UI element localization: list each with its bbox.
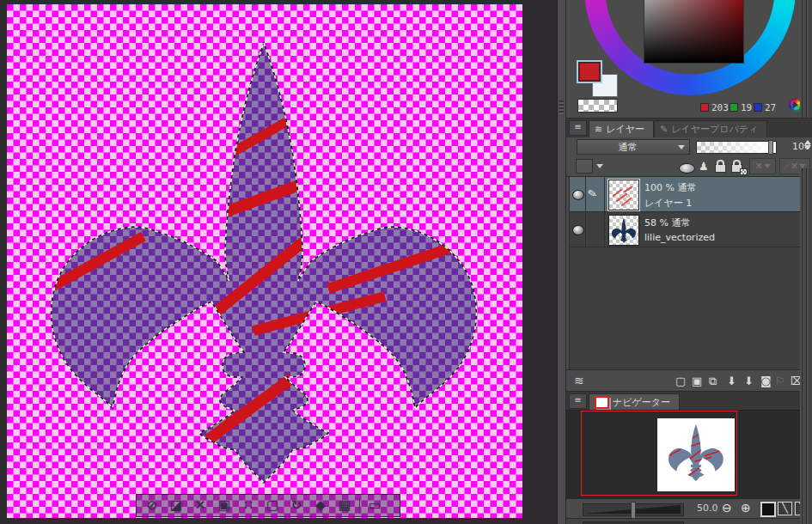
deselect-icon[interactable]: ⊘ [140, 497, 164, 515]
disabled-x-icon: ✕ [791, 161, 798, 172]
tab-layer-property[interactable]: ✎ レイヤープロパティ [654, 120, 767, 137]
tab-layers-label: レイヤー [606, 123, 644, 136]
navigator-page-icon [595, 396, 609, 409]
blue-channel-icon [754, 103, 762, 112]
rotation-row-cutoff [566, 518, 812, 524]
document-canvas[interactable] [7, 4, 522, 518]
green-channel-icon [730, 103, 738, 112]
new-tone-icon[interactable]: ▦ [333, 497, 357, 515]
spin-up-icon[interactable] [804, 140, 811, 144]
alpha-checker-icon [740, 168, 748, 175]
panel-menu-icon[interactable]: ≡ [569, 393, 587, 409]
tab-navigator[interactable]: ナビゲーター [589, 393, 680, 411]
foreground-color-swatch[interactable] [577, 60, 602, 83]
layers-panel: ≡ ≋ レイヤー ✎ レイヤープロパティ 通常 100 [566, 118, 812, 391]
panel-menu-icon[interactable]: ≡ [569, 120, 587, 136]
merge-down-icon[interactable]: ⬇ [744, 375, 754, 387]
opacity-slider[interactable] [696, 141, 777, 154]
rotate-icon[interactable]: ↻ [284, 497, 308, 515]
layers-tabbar: ≡ ≋ レイヤー ✎ レイヤープロパティ [566, 118, 812, 137]
tab-layer-property-label: レイヤープロパティ [671, 123, 758, 136]
tab-layers[interactable]: ≋ レイヤー [589, 120, 654, 137]
selection-launcher-toolbar: ⊘ ◪ ✕ ▣ ∷ ▢ ↻ ◆ ▦ ▭ [136, 494, 400, 517]
canvas-artwork [7, 4, 522, 518]
spin-down-icon[interactable] [804, 145, 811, 149]
pen-icon: ✎ [660, 124, 668, 135]
rgb-readout-r: 203 [700, 102, 729, 113]
expand-selection-icon[interactable]: ∷ [236, 497, 260, 515]
layer-stack-icon[interactable]: ≋ [574, 374, 584, 387]
layer-list: ✎ 100 % 通常 レイヤー 1 [569, 176, 802, 371]
dock-edge-strip[interactable] [800, 0, 812, 118]
zoom-slider-handle[interactable] [631, 502, 636, 519]
layer-thumbnail[interactable] [608, 215, 639, 246]
tab-navigator-label: ナビゲーター [613, 396, 670, 409]
red-value: 203 [711, 102, 729, 113]
opacity-slider-handle[interactable] [768, 140, 773, 155]
flip-horizontal-icon[interactable]: ╲ [778, 502, 792, 515]
palette-color-swatch [576, 159, 593, 174]
fit-to-screen-icon[interactable] [760, 502, 776, 517]
layer-row-2[interactable]: 58 % 通常 lilie_vectorized [570, 212, 801, 247]
navigator-thumbnail [657, 418, 735, 491]
palette-color-button[interactable] [576, 158, 610, 174]
navigator-panel: ≡ ナビゲーター 50.0 ⊖ [566, 391, 812, 524]
duplicate-layer-icon[interactable]: ⧉ [709, 375, 717, 387]
layers-stack-icon: ≋ [595, 124, 602, 135]
selection-edit-icon[interactable]: ▭ [363, 497, 387, 515]
zoom-out-icon[interactable]: ⊖ [722, 501, 732, 515]
right-panel-dock: 203 19 27 ≡ ≋ レイヤー ✎ レイヤープロパティ 通常 [566, 0, 812, 524]
invert-selection-icon[interactable]: ▣ [212, 497, 236, 515]
saturation-value-square[interactable] [644, 0, 744, 64]
lock-row: ♟ ✕ ⟋ ✕ [566, 156, 812, 177]
new-layer-icon[interactable]: ▢ [675, 375, 686, 387]
blend-row: 通常 100 [566, 137, 812, 156]
layer-thumbnail[interactable] [608, 180, 639, 210]
chevron-down-icon [678, 145, 685, 149]
layer-name[interactable]: レイヤー 1 [644, 197, 692, 210]
navigator-tabbar: ≡ ナビゲーター [566, 391, 812, 411]
reference-layer-icon[interactable]: ♟ [699, 160, 709, 174]
new-layer-folder-icon[interactable]: ▣ [692, 375, 702, 387]
navigator-fleur-preview [657, 418, 735, 491]
transfer-down-icon[interactable]: ⬇ [727, 375, 736, 387]
layers-bottom-bar: ≋ ▢ ▣ ⧉ ⬇ ⬇ ◙ ⚐ ⌦ [566, 369, 812, 392]
scale-rotate-icon[interactable]: ▢ [260, 497, 284, 515]
clip-at-layer-icon[interactable]: ⚐ [775, 375, 785, 387]
blue-value: 27 [765, 102, 776, 113]
combine-mode-icon[interactable] [679, 163, 695, 174]
fill-icon[interactable]: ◆ [308, 497, 333, 515]
rgb-readout-g: 19 [730, 102, 752, 113]
chevron-down-icon [596, 164, 603, 168]
lock-layer-icon[interactable] [715, 164, 726, 173]
red-channel-icon [700, 103, 709, 112]
toolbar-separator [359, 498, 360, 514]
layer-mask-icon[interactable]: ◙ [760, 375, 772, 387]
visibility-eye-icon[interactable] [572, 225, 584, 235]
ruler-icon: ⟋ [784, 161, 790, 172]
disabled-x-icon: ✕ [754, 161, 762, 172]
blend-mode-select[interactable]: 通常 [577, 139, 690, 155]
layer-row-1[interactable]: ✎ 100 % 通常 レイヤー 1 [570, 177, 801, 212]
layer-name[interactable]: lilie_vectorized [644, 232, 715, 243]
splitter-grip-icon[interactable] [559, 101, 564, 114]
opacity-spinner[interactable] [804, 140, 811, 149]
layer-opacity-mode: 100 % 通常 [644, 181, 696, 194]
dock-edge-strip[interactable] [800, 168, 812, 524]
app-window: { "colors": { "current_red": "#cb131b", … [0, 0, 812, 524]
enable-mask-button[interactable]: ✕ [749, 158, 776, 174]
zoom-slider[interactable] [583, 503, 684, 516]
panel-splitter[interactable] [557, 0, 566, 524]
navigator-view[interactable] [566, 410, 812, 499]
green-value: 19 [741, 102, 752, 113]
visibility-eye-icon[interactable] [572, 190, 584, 200]
rgb-readout-b: 27 [754, 102, 776, 113]
chevron-down-icon [764, 164, 771, 168]
crop-icon[interactable]: ◪ [164, 497, 188, 515]
transparent-color-swatch[interactable] [577, 99, 618, 113]
layer-opacity-mode: 58 % 通常 [644, 216, 690, 229]
zoom-in-icon[interactable]: ⊕ [741, 501, 751, 515]
editing-pen-icon: ✎ [587, 186, 599, 201]
zoom-percentage: 50.0 [697, 503, 718, 514]
clear-selection-icon[interactable]: ✕ [188, 497, 212, 515]
